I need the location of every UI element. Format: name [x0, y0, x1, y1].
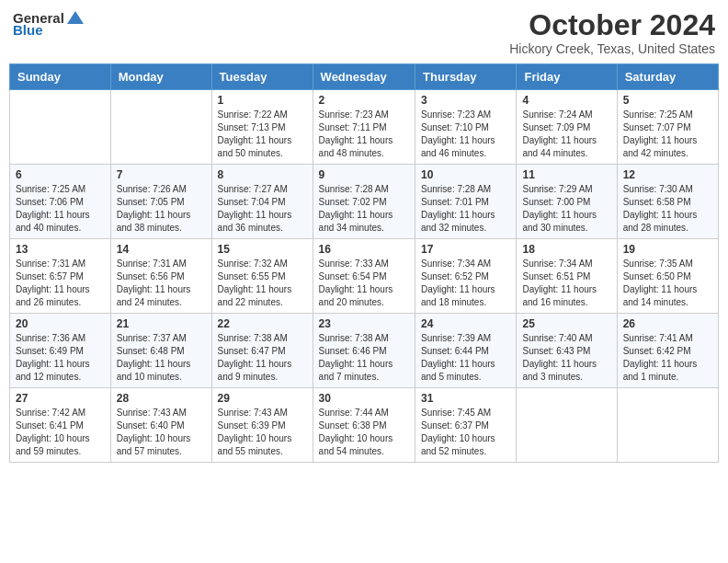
day-number: 8 [218, 168, 307, 181]
day-info: Sunrise: 7:24 AM Sunset: 7:09 PM Dayligh… [522, 109, 610, 160]
calendar-cell [517, 388, 617, 463]
weekday-header-thursday: Thursday [415, 64, 517, 90]
calendar-cell [110, 90, 211, 165]
calendar-cell: 4Sunrise: 7:24 AM Sunset: 7:09 PM Daylig… [517, 90, 617, 165]
day-number: 1 [218, 94, 307, 107]
calendar-week-row: 13Sunrise: 7:31 AM Sunset: 6:57 PM Dayli… [10, 239, 719, 314]
calendar-cell: 17Sunrise: 7:34 AM Sunset: 6:52 PM Dayli… [415, 239, 517, 314]
weekday-header-tuesday: Tuesday [211, 64, 313, 90]
page-header: General Blue October 2024 Hickory Creek,… [9, 9, 719, 56]
calendar-cell [10, 90, 111, 165]
day-number: 25 [522, 317, 610, 330]
day-number: 17 [421, 243, 510, 256]
calendar-cell: 12Sunrise: 7:30 AM Sunset: 6:58 PM Dayli… [617, 165, 718, 239]
day-info: Sunrise: 7:35 AM Sunset: 6:50 PM Dayligh… [623, 258, 712, 309]
day-number: 26 [623, 317, 712, 330]
calendar-cell: 22Sunrise: 7:38 AM Sunset: 6:47 PM Dayli… [211, 314, 313, 388]
day-number: 27 [16, 392, 105, 405]
day-info: Sunrise: 7:28 AM Sunset: 7:02 PM Dayligh… [319, 183, 409, 235]
day-info: Sunrise: 7:44 AM Sunset: 6:38 PM Dayligh… [319, 407, 409, 458]
calendar-cell: 27Sunrise: 7:42 AM Sunset: 6:41 PM Dayli… [10, 388, 111, 463]
day-info: Sunrise: 7:34 AM Sunset: 6:51 PM Dayligh… [522, 258, 610, 309]
day-info: Sunrise: 7:32 AM Sunset: 6:55 PM Dayligh… [218, 258, 307, 309]
weekday-header-row: SundayMondayTuesdayWednesdayThursdayFrid… [10, 64, 719, 90]
day-number: 28 [117, 392, 206, 405]
day-number: 23 [319, 317, 409, 330]
calendar-cell: 9Sunrise: 7:28 AM Sunset: 7:02 PM Daylig… [313, 165, 415, 239]
calendar-week-row: 6Sunrise: 7:25 AM Sunset: 7:06 PM Daylig… [10, 165, 719, 239]
day-number: 29 [218, 392, 307, 405]
day-number: 19 [623, 243, 712, 256]
calendar-cell: 23Sunrise: 7:38 AM Sunset: 6:46 PM Dayli… [313, 314, 415, 388]
day-info: Sunrise: 7:42 AM Sunset: 6:41 PM Dayligh… [16, 407, 105, 458]
calendar-cell: 26Sunrise: 7:41 AM Sunset: 6:42 PM Dayli… [617, 314, 718, 388]
day-number: 30 [319, 392, 409, 405]
logo: General Blue [13, 9, 86, 38]
day-info: Sunrise: 7:34 AM Sunset: 6:52 PM Dayligh… [421, 258, 510, 309]
day-info: Sunrise: 7:27 AM Sunset: 7:04 PM Dayligh… [218, 183, 307, 235]
day-number: 20 [16, 317, 105, 330]
calendar-cell: 18Sunrise: 7:34 AM Sunset: 6:51 PM Dayli… [517, 239, 617, 314]
day-info: Sunrise: 7:30 AM Sunset: 6:58 PM Dayligh… [623, 183, 712, 235]
weekday-header-friday: Friday [517, 64, 617, 90]
calendar-cell: 16Sunrise: 7:33 AM Sunset: 6:54 PM Dayli… [313, 239, 415, 314]
calendar-cell: 2Sunrise: 7:23 AM Sunset: 7:11 PM Daylig… [313, 90, 415, 165]
calendar-cell: 3Sunrise: 7:23 AM Sunset: 7:10 PM Daylig… [415, 90, 517, 165]
day-number: 14 [117, 243, 206, 256]
day-number: 22 [218, 317, 307, 330]
day-number: 10 [421, 168, 510, 181]
location-title: Hickory Creek, Texas, United States [509, 41, 715, 56]
calendar-cell: 11Sunrise: 7:29 AM Sunset: 7:00 PM Dayli… [517, 165, 617, 239]
calendar-cell: 13Sunrise: 7:31 AM Sunset: 6:57 PM Dayli… [10, 239, 111, 314]
day-number: 9 [319, 168, 409, 181]
weekday-header-sunday: Sunday [10, 64, 111, 90]
day-info: Sunrise: 7:23 AM Sunset: 7:11 PM Dayligh… [319, 109, 409, 160]
logo-icon [65, 9, 85, 26]
calendar-cell: 7Sunrise: 7:26 AM Sunset: 7:05 PM Daylig… [110, 165, 211, 239]
day-info: Sunrise: 7:29 AM Sunset: 7:00 PM Dayligh… [522, 183, 610, 235]
calendar-week-row: 27Sunrise: 7:42 AM Sunset: 6:41 PM Dayli… [10, 388, 719, 463]
day-info: Sunrise: 7:37 AM Sunset: 6:48 PM Dayligh… [117, 332, 206, 384]
calendar-cell: 14Sunrise: 7:31 AM Sunset: 6:56 PM Dayli… [110, 239, 211, 314]
day-number: 2 [319, 94, 409, 107]
day-number: 11 [522, 168, 610, 181]
weekday-header-wednesday: Wednesday [313, 64, 415, 90]
weekday-header-monday: Monday [110, 64, 211, 90]
day-info: Sunrise: 7:25 AM Sunset: 7:06 PM Dayligh… [16, 183, 105, 235]
day-number: 5 [623, 94, 712, 107]
day-info: Sunrise: 7:26 AM Sunset: 7:05 PM Dayligh… [117, 183, 206, 235]
day-info: Sunrise: 7:43 AM Sunset: 6:39 PM Dayligh… [218, 407, 307, 458]
day-number: 6 [16, 168, 105, 181]
day-number: 13 [16, 243, 105, 256]
calendar-cell: 10Sunrise: 7:28 AM Sunset: 7:01 PM Dayli… [415, 165, 517, 239]
day-info: Sunrise: 7:31 AM Sunset: 6:57 PM Dayligh… [16, 258, 105, 309]
day-number: 16 [319, 243, 409, 256]
day-number: 12 [623, 168, 712, 181]
calendar-cell: 19Sunrise: 7:35 AM Sunset: 6:50 PM Dayli… [617, 239, 718, 314]
day-info: Sunrise: 7:38 AM Sunset: 6:47 PM Dayligh… [218, 332, 307, 384]
day-info: Sunrise: 7:25 AM Sunset: 7:07 PM Dayligh… [623, 109, 712, 160]
day-number: 7 [117, 168, 206, 181]
day-info: Sunrise: 7:22 AM Sunset: 7:13 PM Dayligh… [218, 109, 307, 160]
day-number: 24 [421, 317, 510, 330]
calendar-week-row: 1Sunrise: 7:22 AM Sunset: 7:13 PM Daylig… [10, 90, 719, 165]
day-info: Sunrise: 7:33 AM Sunset: 6:54 PM Dayligh… [319, 258, 409, 309]
month-title: October 2024 [509, 9, 715, 41]
day-number: 31 [421, 392, 510, 405]
day-number: 4 [522, 94, 610, 107]
day-number: 18 [522, 243, 610, 256]
title-block: October 2024 Hickory Creek, Texas, Unite… [509, 9, 715, 56]
day-info: Sunrise: 7:36 AM Sunset: 6:49 PM Dayligh… [16, 332, 105, 384]
logo-blue-text: Blue [13, 22, 43, 38]
calendar-cell: 30Sunrise: 7:44 AM Sunset: 6:38 PM Dayli… [313, 388, 415, 463]
svg-marker-0 [67, 11, 84, 24]
calendar-cell: 1Sunrise: 7:22 AM Sunset: 7:13 PM Daylig… [211, 90, 313, 165]
day-info: Sunrise: 7:43 AM Sunset: 6:40 PM Dayligh… [117, 407, 206, 458]
day-info: Sunrise: 7:40 AM Sunset: 6:43 PM Dayligh… [522, 332, 610, 384]
calendar-cell: 28Sunrise: 7:43 AM Sunset: 6:40 PM Dayli… [110, 388, 211, 463]
weekday-header-saturday: Saturday [617, 64, 718, 90]
day-info: Sunrise: 7:41 AM Sunset: 6:42 PM Dayligh… [623, 332, 712, 384]
day-info: Sunrise: 7:39 AM Sunset: 6:44 PM Dayligh… [421, 332, 510, 384]
calendar-cell: 5Sunrise: 7:25 AM Sunset: 7:07 PM Daylig… [617, 90, 718, 165]
calendar-cell: 29Sunrise: 7:43 AM Sunset: 6:39 PM Dayli… [211, 388, 313, 463]
